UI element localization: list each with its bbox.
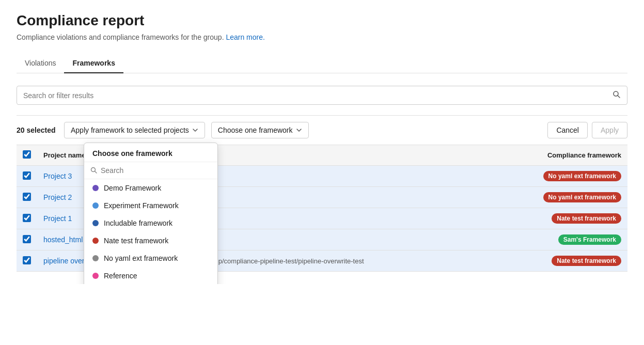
framework-badge: Nate test framework bbox=[552, 256, 621, 266]
dot-icon bbox=[92, 202, 99, 209]
dot-icon bbox=[92, 238, 99, 244]
toolbar: 20 selected Apply framework to selected … bbox=[17, 115, 627, 145]
row-checkbox-cell bbox=[17, 208, 37, 229]
framework-badge-cell: Sam's Framework bbox=[514, 229, 627, 250]
row-checkbox[interactable] bbox=[23, 214, 31, 222]
svg-line-1 bbox=[618, 96, 620, 98]
select-all-checkbox[interactable] bbox=[23, 150, 31, 159]
framework-badge: Sam's Framework bbox=[558, 234, 621, 245]
framework-option-reference[interactable]: Reference bbox=[84, 267, 217, 284]
framework-badge-cell: No yaml ext framework bbox=[514, 187, 627, 208]
project-link[interactable]: Project 3 bbox=[43, 172, 72, 180]
dot-icon bbox=[92, 185, 99, 191]
popup-search-icon bbox=[90, 167, 98, 174]
row-checkbox-cell bbox=[17, 250, 37, 272]
row-checkbox[interactable] bbox=[23, 193, 31, 201]
framework-badge-cell: Nate test framework bbox=[514, 208, 627, 229]
learn-more-link[interactable]: Learn more. bbox=[226, 33, 264, 41]
popup-search-bar bbox=[84, 162, 217, 179]
project-link[interactable]: Project 2 bbox=[43, 193, 72, 201]
search-input[interactable] bbox=[23, 91, 612, 100]
popup-title: Choose one framework bbox=[84, 143, 217, 162]
compliance-framework-header: Compliance framework bbox=[514, 145, 627, 166]
row-checkbox-cell bbox=[17, 229, 37, 250]
framework-badge-cell: Nate test framework bbox=[514, 250, 627, 272]
row-checkbox[interactable] bbox=[23, 256, 31, 264]
selected-count: 20 selected bbox=[17, 126, 58, 134]
page-title: Compliance report bbox=[17, 12, 627, 29]
row-checkbox[interactable] bbox=[23, 171, 31, 180]
framework-option-includable[interactable]: Includable framework bbox=[84, 214, 217, 232]
apply-button[interactable]: Apply bbox=[592, 122, 627, 138]
framework-option-nate[interactable]: Nate test framework bbox=[84, 232, 217, 249]
select-all-header bbox=[17, 145, 37, 166]
apply-framework-dropdown[interactable]: Apply framework to selected projects bbox=[64, 122, 205, 138]
toolbar-actions: Cancel Apply bbox=[547, 122, 627, 138]
tab-violations[interactable]: Violations bbox=[17, 54, 64, 73]
cancel-button[interactable]: Cancel bbox=[547, 122, 588, 138]
framework-badge: No yaml ext framework bbox=[543, 192, 621, 202]
tab-frameworks[interactable]: Frameworks bbox=[64, 54, 123, 73]
search-button[interactable] bbox=[612, 90, 621, 100]
framework-badge: Nate test framework bbox=[552, 213, 621, 224]
page-subtitle: Compliance violations and compliance fra… bbox=[17, 33, 627, 41]
dot-icon bbox=[92, 220, 99, 226]
framework-badge: No yaml ext framework bbox=[543, 171, 621, 181]
dot-icon bbox=[92, 255, 99, 261]
framework-option-experiment[interactable]: Experiment Framework bbox=[84, 197, 217, 214]
project-link[interactable]: hosted_html bbox=[43, 236, 83, 244]
framework-option-noyaml[interactable]: No yaml ext framework bbox=[84, 249, 217, 267]
popup-search-input[interactable] bbox=[101, 166, 211, 175]
framework-list: Demo Framework Experiment Framework Incl… bbox=[84, 179, 217, 284]
search-bar bbox=[17, 86, 627, 105]
framework-option-demo[interactable]: Demo Framework bbox=[84, 179, 217, 197]
dot-icon bbox=[92, 273, 99, 279]
choose-framework-dropdown[interactable]: Choose one framework bbox=[211, 122, 309, 138]
svg-line-3 bbox=[95, 171, 97, 174]
tabs-bar: Violations Frameworks bbox=[17, 54, 627, 73]
row-checkbox[interactable] bbox=[23, 235, 31, 243]
row-checkbox-cell bbox=[17, 166, 37, 187]
project-link[interactable]: Project 1 bbox=[43, 214, 72, 223]
row-checkbox-cell bbox=[17, 187, 37, 208]
framework-badge-cell: No yaml ext framework bbox=[514, 166, 627, 187]
framework-picker-popup: Choose one framework Demo Framework Expe… bbox=[84, 143, 218, 284]
